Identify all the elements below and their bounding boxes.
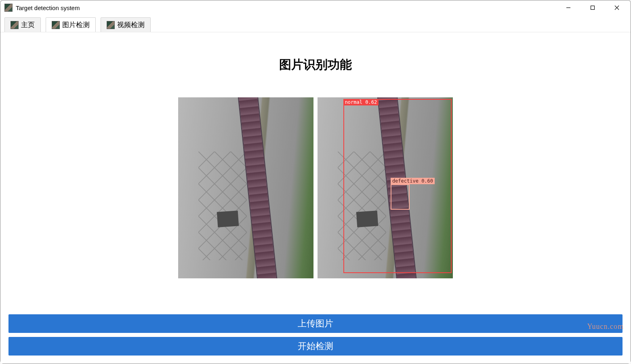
svg-rect-1 [591,6,595,10]
minimize-button[interactable] [556,0,581,15]
tab-video-detection[interactable]: 视频检测 [101,17,151,32]
tab-label: 主页 [21,20,35,29]
tab-home[interactable]: 主页 [4,17,41,32]
result-image-panel: normal 0.62 defective 0.60 [318,97,453,278]
image-row: normal 0.62 defective 0.60 [4,97,627,306]
close-button[interactable] [605,0,629,15]
tab-label: 视频检测 [117,20,145,29]
upload-image-button[interactable]: 上传图片 [8,314,623,333]
action-buttons: 上传图片 开始检测 [4,306,627,360]
tab-image-detection[interactable]: 图片检测 [46,17,96,32]
content-area: 图片识别功能 normal 0.62 defective 0.60 上传图片 [0,32,631,364]
titlebar: Target detection system [0,0,631,15]
minimize-icon [566,5,571,10]
detection-label: normal 0.62 [343,99,379,105]
avatar-icon [52,21,60,29]
tower-graphic [198,151,247,260]
page-title: 图片识别功能 [4,57,627,73]
start-detection-button[interactable]: 开始检测 [8,337,623,356]
close-icon [614,5,619,10]
maximize-button[interactable] [581,0,605,15]
tab-label: 图片检测 [62,20,90,29]
tabbar: 主页 图片检测 视频检测 [0,15,631,32]
avatar-icon [107,21,115,29]
app-icon [4,4,13,12]
window-title: Target detection system [16,4,556,11]
detection-box-defective: defective 0.60 [391,184,410,210]
maximize-icon [590,5,595,10]
avatar-icon [11,21,19,29]
app-window: Target detection system 主页 图片检测 视频检测 [0,0,631,364]
source-image-panel [178,97,313,278]
detection-label: defective 0.60 [391,178,435,184]
object-graphic [217,210,239,227]
window-controls [556,0,629,15]
